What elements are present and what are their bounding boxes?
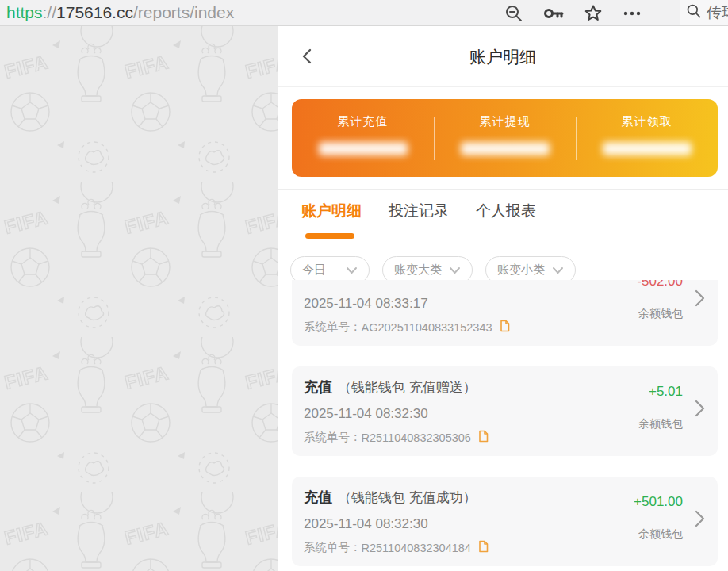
totals-summary-card: 累计充值 累计提现 累计领取 (292, 99, 718, 177)
filter-date-label: 今日 (302, 263, 326, 278)
browser-address-bar: https://175616.cc/reports/index 传球 (0, 0, 728, 26)
screen: https://175616.cc/reports/index 传球 (0, 0, 728, 571)
url-text[interactable]: https://175616.cc/reports/index (6, 0, 234, 26)
find-search-box[interactable]: 传球 (680, 0, 728, 25)
total-withdraw-label: 累计提现 (480, 114, 531, 129)
total-withdraw-value-blurred (461, 142, 550, 155)
transaction-row[interactable]: 充值（钱能钱包 充值成功） 2025-11-04 08:32:30 系统单号： … (292, 477, 718, 566)
transaction-row[interactable]: 充值（钱能钱包 充值赠送） 2025-11-04 08:32:30 系统单号： … (292, 366, 718, 456)
transaction-list: 2025-11-04 08:33:17 系统单号： AG202511040833… (278, 280, 728, 571)
transaction-amount: +501.00 (634, 494, 683, 510)
active-tab-indicator (305, 233, 354, 239)
transaction-order-number: 系统单号： R2511040832304184 (304, 540, 705, 555)
transaction-title: 充值（钱能钱包 充值赠送） (304, 377, 705, 397)
more-options-icon[interactable] (622, 4, 642, 23)
tab-bet-records[interactable]: 投注记录 (389, 201, 449, 221)
chevron-right-icon[interactable] (695, 400, 705, 420)
chevron-right-icon[interactable] (695, 510, 705, 531)
url-separator: :// (43, 3, 57, 21)
page-header: 账户明细 (278, 26, 728, 87)
transaction-amount: -502.00 (637, 280, 683, 289)
copy-icon[interactable] (477, 540, 489, 555)
section-divider (278, 189, 728, 190)
transaction-wallet: 余额钱包 (638, 417, 683, 431)
tab-account-detail[interactable]: 账户明细 (301, 201, 362, 221)
total-claim-value-blurred (603, 142, 692, 155)
report-tabs: 账户明细 投注记录 个人报表 (301, 201, 536, 221)
url-host: 175616.cc (56, 3, 133, 21)
url-path: /reports/index (133, 3, 234, 21)
chevron-down-icon (552, 266, 564, 274)
copy-icon[interactable] (477, 430, 489, 445)
report-panel: 账户明细 累计充值 累计提现 累计领取 账户明细 投注记录 个人报表 (278, 26, 728, 571)
transaction-order-number: 系统单号： AG202511040833152343 (304, 320, 705, 335)
transaction-wallet: 余额钱包 (638, 307, 683, 321)
transaction-wallet: 余额钱包 (638, 527, 683, 542)
total-claim-column: 累计领取 (576, 99, 718, 177)
search-icon (686, 3, 702, 22)
filter-major-type-label: 账变大类 (394, 263, 442, 278)
bookmark-star-icon[interactable] (584, 4, 603, 23)
tab-personal-report[interactable]: 个人报表 (476, 201, 536, 221)
chevron-down-icon (449, 266, 461, 274)
total-deposit-label: 累计充值 (338, 114, 389, 129)
url-scheme: https (6, 3, 43, 21)
total-claim-label: 累计领取 (622, 114, 672, 129)
copy-icon[interactable] (499, 320, 510, 335)
total-deposit-column: 累计充值 (292, 99, 434, 177)
page-title: 账户明细 (278, 26, 728, 87)
total-withdraw-column: 累计提现 (434, 99, 576, 177)
password-key-icon[interactable] (542, 5, 565, 22)
transaction-row[interactable]: 2025-11-04 08:33:17 系统单号： AG202511040833… (292, 280, 718, 346)
transaction-order-number: 系统单号： R2511040832305306 (304, 430, 705, 445)
fifa-watermark-background: FIFA (0, 26, 278, 571)
chevron-down-icon (346, 266, 358, 274)
search-hint-text: 传球 (707, 2, 728, 23)
total-deposit-value-blurred (319, 142, 408, 155)
zoom-out-icon[interactable] (504, 4, 523, 23)
filter-minor-type-label: 账变小类 (497, 263, 545, 278)
transaction-amount: +5.01 (649, 384, 683, 400)
browser-toolbar-icons (504, 0, 642, 26)
chevron-right-icon[interactable] (695, 289, 705, 310)
